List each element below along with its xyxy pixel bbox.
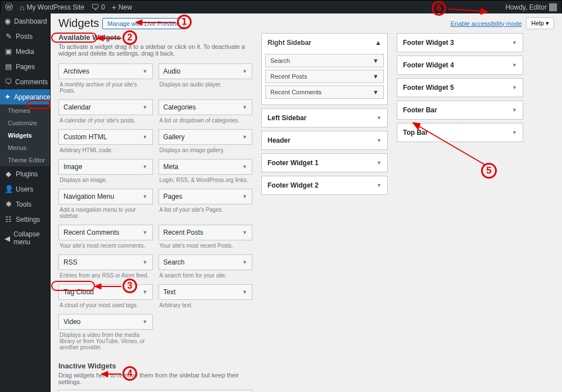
menu-dashboard[interactable]: ◉Dashboard: [0, 13, 50, 29]
widget-tile[interactable]: Text▼: [158, 284, 253, 300]
submenu-customize[interactable]: Customize: [0, 117, 50, 129]
widget-name: Calendar: [64, 103, 91, 111]
chevron-down-icon: ▼: [143, 164, 148, 170]
widget-name: Archives: [64, 67, 89, 75]
home-icon: ⌂: [20, 3, 24, 12]
sidebar-widget-item[interactable]: Recent Comments▼: [265, 85, 384, 99]
widget-name: Image: [64, 163, 82, 171]
widget-desc: Arbitrary HTML code.: [58, 145, 153, 157]
page-title: Widgets: [58, 17, 99, 30]
sidebar-area[interactable]: Footer Widget 1▼: [261, 153, 388, 172]
site-name-link[interactable]: ⌂My WordPress Site: [20, 3, 84, 12]
widget-name: Recent Posts: [164, 229, 203, 236]
sidebar-widget-item[interactable]: Recent Posts▼: [265, 70, 384, 83]
menu-collapse[interactable]: ◀Collapse menu: [0, 227, 50, 249]
chevron-down-icon: ▼: [242, 164, 247, 170]
menu-users[interactable]: 👤Users: [0, 181, 50, 197]
available-widgets-heading: Available Widgets: [58, 33, 252, 42]
sidebar-area[interactable]: Footer Bar▼: [397, 101, 523, 120]
admin-menu: ◉Dashboard ✎Posts ▣Media ▤Pages 🗨Comment…: [0, 13, 51, 392]
widget-desc: Entries from any RSS or Atom feed.: [58, 270, 153, 282]
collapse-icon: ◀: [4, 234, 10, 243]
content-area: Widgets Manage with Live Preview Enable …: [51, 13, 562, 392]
widget-tile[interactable]: Archives▼: [58, 63, 153, 79]
widget-name: Pages: [164, 193, 183, 200]
submenu-themes[interactable]: Themes: [0, 104, 50, 117]
chevron-down-icon: ▼: [377, 115, 382, 121]
widget-desc: Displays an image gallery.: [158, 145, 253, 157]
widget-tile[interactable]: Video▼: [58, 314, 153, 330]
page-icon: ▤: [4, 62, 12, 71]
chevron-down-icon: ▼: [512, 62, 517, 68]
new-link[interactable]: +New: [112, 3, 132, 12]
sidebar-area[interactable]: Footer Widget 2▼: [261, 176, 388, 195]
howdy-label: Howdy, Editor: [505, 3, 547, 11]
widget-desc: Your site's most recent comments.: [58, 240, 153, 252]
inactive-widget-tile[interactable]: Search▼: [58, 390, 252, 392]
chevron-down-icon: ▼: [143, 319, 148, 325]
chevron-down-icon: ▼: [143, 69, 148, 74]
sidebar-area[interactable]: Footer Widget 4▼: [397, 56, 523, 75]
widget-tile[interactable]: Tag Cloud▼: [58, 284, 153, 300]
chevron-down-icon: ▼: [373, 89, 379, 95]
wp-logo-icon[interactable]: ⓦ: [5, 2, 13, 12]
comments-link[interactable]: 🗨0: [91, 3, 105, 12]
menu-tools[interactable]: ✱Tools: [0, 197, 50, 212]
menu-comments[interactable]: 🗨Comments: [0, 74, 50, 89]
widget-tile[interactable]: Pages▼: [158, 189, 253, 204]
widget-tile[interactable]: Gallery▼: [158, 129, 253, 145]
appearance-submenu: Themes Customize Widgets Menus Theme Edi…: [0, 104, 50, 166]
widget-name: Categories: [164, 103, 196, 111]
chevron-down-icon: ▼: [143, 104, 148, 110]
manage-live-preview-button[interactable]: Manage with Live Preview: [102, 18, 184, 29]
sidebar-area[interactable]: Header▼: [261, 131, 388, 150]
sidebar-widget-item[interactable]: Search▼: [265, 54, 384, 67]
widget-tile[interactable]: Custom HTML▼: [58, 129, 153, 145]
sidebar-area[interactable]: Left Sidebar▼: [261, 108, 388, 127]
chevron-down-icon: ▼: [242, 69, 247, 74]
submenu-theme-editor[interactable]: Theme Editor: [0, 154, 50, 166]
comment-icon: 🗨: [91, 3, 99, 12]
widget-tile[interactable]: Calendar▼: [58, 99, 153, 115]
available-widgets-desc: To activate a widget drag it to a sideba…: [58, 43, 252, 57]
widget-desc: Login, RSS, & WordPress.org links.: [158, 175, 253, 186]
submenu-widgets[interactable]: Widgets: [0, 129, 50, 142]
sidebar-area[interactable]: Footer Widget 5▼: [397, 78, 523, 97]
sidebar-right-header[interactable]: Right Sidebar▲: [262, 34, 387, 52]
menu-appearance[interactable]: ✦Appearance: [0, 89, 50, 104]
widget-tile[interactable]: Categories▼: [158, 99, 253, 115]
widget-tile[interactable]: Audio▼: [158, 63, 253, 79]
widget-tile[interactable]: Search▼: [158, 254, 253, 270]
chevron-down-icon: ▼: [143, 289, 148, 295]
chevron-down-icon: ▼: [242, 194, 247, 199]
accessibility-mode-link[interactable]: Enable accessibility mode: [451, 20, 522, 27]
howdy-link[interactable]: Howdy, Editor: [505, 3, 557, 11]
tool-icon: ✱: [4, 200, 12, 208]
chevron-down-icon: ▼: [512, 130, 517, 135]
widget-tile[interactable]: Recent Posts▼: [158, 225, 253, 240]
widget-tile[interactable]: Image▼: [58, 159, 153, 175]
help-button[interactable]: Help ▾: [526, 17, 554, 29]
menu-posts[interactable]: ✎Posts: [0, 29, 50, 44]
menu-plugins[interactable]: ◆Plugins: [0, 166, 50, 181]
widget-tile[interactable]: RSS▼: [58, 254, 153, 270]
widget-name: Video: [64, 318, 80, 326]
dashboard-icon: ◉: [4, 17, 11, 25]
widget-name: Meta: [164, 163, 179, 171]
widget-desc: Arbitrary text.: [158, 300, 253, 312]
widget-tile[interactable]: Meta▼: [158, 159, 253, 175]
widget-name: Text: [164, 288, 176, 296]
menu-pages[interactable]: ▤Pages: [0, 59, 50, 74]
menu-settings[interactable]: ☷Settings: [0, 212, 50, 227]
widget-desc: Add a navigation menu to your sidebar.: [58, 204, 153, 222]
available-widgets-grid: Archives▼A monthly archive of your site'…: [58, 61, 252, 354]
widget-tile[interactable]: Navigation Menu▼: [58, 189, 153, 204]
widget-tile[interactable]: Recent Comments▼: [58, 225, 153, 240]
sidebar-area[interactable]: Top Bar▼: [397, 123, 523, 142]
sidebar-area[interactable]: Footer Widget 3▼: [397, 33, 523, 52]
submenu-menus[interactable]: Menus: [0, 142, 50, 154]
chevron-down-icon: ▼: [512, 107, 517, 113]
chevron-down-icon: ▼: [377, 183, 382, 188]
menu-media[interactable]: ▣Media: [0, 44, 50, 59]
admin-bar: ⓦ ⌂My WordPress Site 🗨0 +New Howdy, Edit…: [1, 1, 561, 14]
